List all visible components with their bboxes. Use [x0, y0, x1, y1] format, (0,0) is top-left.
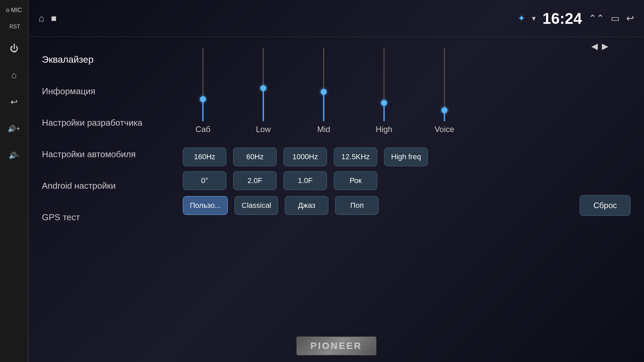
main-screen: ⌂ ■ ✦ ▾ 16:24 ⌃⌃ ▭ ↩ Эквалайзер Информац…: [29, 0, 644, 362]
power-button[interactable]: ⏻: [6, 40, 22, 57]
freq-btn-125khz[interactable]: 12.5KHz: [334, 147, 377, 166]
left-panel: MIC RST ⏻ ⌂ ↩ 🔊+ 🔊-: [0, 0, 29, 362]
nav-item-gps[interactable]: GPS тест: [29, 202, 169, 233]
status-bar: ⌂ ■ ✦ ▾ 16:24 ⌃⌃ ▭ ↩: [29, 0, 644, 37]
nav-menu: Эквалайзер Информация Настройки разработ…: [29, 37, 169, 362]
voice-label: Voice: [435, 125, 454, 134]
window-icon[interactable]: ▭: [611, 13, 620, 24]
high-thumb[interactable]: [381, 100, 387, 106]
freq-btn-1000hz[interactable]: 1000Hz: [283, 147, 327, 166]
content-area: ◄► Саб Low: [169, 37, 644, 362]
high-slider[interactable]: [383, 48, 385, 121]
freq-btn-highfreq[interactable]: High freq: [384, 147, 428, 166]
mic-dot: [6, 9, 9, 12]
mid-thumb[interactable]: [321, 89, 327, 95]
volume-up-button[interactable]: 🔊+: [6, 120, 22, 137]
preset-btn-pop[interactable]: Поп: [335, 196, 379, 215]
val-btn-10f[interactable]: 1.0F: [283, 171, 327, 190]
preset-btn-user[interactable]: Пользо...: [183, 196, 228, 215]
freq-btn-160hz[interactable]: 160Hz: [183, 147, 226, 166]
rst-label-text: RST: [9, 24, 20, 30]
clock: 16:24: [542, 9, 582, 27]
stop-icon[interactable]: ■: [51, 13, 57, 24]
high-label: High: [376, 125, 392, 134]
eq-channel-sub: Саб: [183, 48, 223, 134]
freq-buttons-row: 160Hz 60Hz 1000Hz 12.5KHz High freq: [183, 147, 631, 166]
mid-slider[interactable]: [323, 48, 324, 121]
eq-channel-low: Low: [243, 48, 283, 134]
preset-btn-jazz[interactable]: Джаз: [285, 196, 328, 215]
low-label: Low: [256, 125, 271, 134]
reset-button[interactable]: Сброс: [580, 195, 631, 216]
preset-buttons-row: Пользо... Classical Джаз Поп Сброс: [183, 195, 631, 216]
val-btn-0[interactable]: 0°: [183, 171, 226, 190]
sound-balance-icon[interactable]: ◄►: [589, 40, 610, 53]
sub-thumb[interactable]: [200, 96, 206, 102]
nav-item-equalizer[interactable]: Эквалайзер: [29, 44, 169, 76]
low-slider[interactable]: [263, 48, 264, 121]
back-button[interactable]: ↩: [6, 94, 22, 110]
home-icon[interactable]: ⌂: [39, 13, 44, 24]
sub-label: Саб: [196, 125, 211, 134]
expand-icon[interactable]: ⌃⌃: [589, 13, 604, 24]
eq-channel-high: High: [364, 48, 404, 134]
home-button[interactable]: ⌂: [6, 67, 22, 83]
low-thumb[interactable]: [260, 85, 266, 91]
nav-item-info[interactable]: Информация: [29, 76, 169, 107]
nav-item-car-settings[interactable]: Настройки автомобиля: [29, 139, 169, 170]
sub-slider[interactable]: [202, 48, 204, 121]
mic-label-text: MIC: [11, 7, 22, 14]
pioneer-logo: PIONEER: [296, 337, 376, 355]
bt-dropdown[interactable]: ▾: [532, 14, 536, 23]
eq-sliders: Саб Low Mid: [183, 44, 631, 137]
voice-slider[interactable]: [444, 48, 445, 121]
mid-fill: [323, 92, 324, 121]
nav-item-android[interactable]: Android настройки: [29, 170, 169, 202]
volume-down-button[interactable]: 🔊-: [6, 147, 22, 164]
nav-item-developer[interactable]: Настройки разработчика: [29, 107, 169, 139]
rst-indicator: RST: [8, 24, 20, 30]
value-buttons-row: 0° 2.0F 1.0F Рок: [183, 171, 631, 190]
freq-btn-60hz[interactable]: 60Hz: [233, 147, 277, 166]
preset-btn-classical[interactable]: Classical: [234, 196, 278, 215]
eq-channel-voice: Voice: [424, 48, 465, 134]
bluetooth-icon[interactable]: ✦: [518, 13, 525, 24]
low-fill: [263, 88, 264, 121]
mic-indicator: MIC: [6, 7, 22, 14]
val-btn-rok[interactable]: Рок: [334, 171, 377, 190]
eq-channel-mid: Mid: [304, 48, 344, 134]
voice-thumb[interactable]: [441, 107, 447, 113]
back-nav-icon[interactable]: ↩: [626, 13, 634, 24]
sub-fill: [202, 99, 204, 121]
mid-label: Mid: [317, 125, 330, 134]
status-right-icons: ⌃⌃ ▭ ↩: [589, 13, 634, 24]
val-btn-20f[interactable]: 2.0F: [233, 171, 277, 190]
